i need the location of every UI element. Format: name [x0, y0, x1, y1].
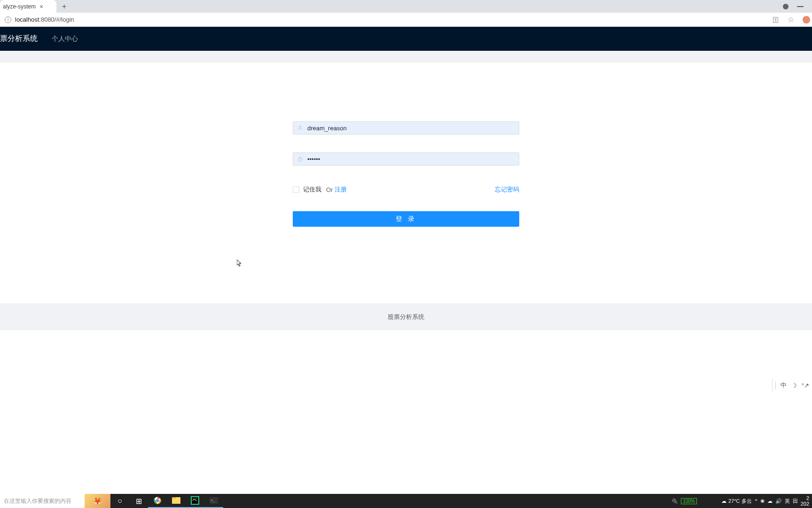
login-content: 记住我 Or 注册 忘记密码 登 录: [0, 63, 812, 303]
password-field-wrap: [293, 152, 519, 166]
footer-text: 股票分析系统: [388, 313, 424, 321]
ime-bar: 中 ☽ °↗: [772, 379, 812, 392]
username-field-wrap: [293, 121, 519, 135]
address-bar: i localhost:8080/#/login ⚿ ☆: [0, 13, 812, 27]
taskbar-date[interactable]: 202: [801, 501, 809, 507]
bookmark-star-icon[interactable]: ☆: [788, 15, 794, 24]
ime-arrow[interactable]: °↗: [802, 382, 809, 389]
login-button[interactable]: 登 录: [293, 211, 519, 227]
minimize-icon[interactable]: [797, 6, 804, 7]
browser-tabs: alyze-system × +: [0, 0, 812, 13]
svg-point-0: [299, 126, 302, 128]
task-view-icon[interactable]: ⊞: [129, 494, 148, 508]
keyboard-layout-icon[interactable]: 田: [793, 498, 798, 505]
login-options-row: 记住我 Or 注册 忘记密码: [293, 185, 519, 194]
terminal-icon[interactable]: >_: [204, 494, 223, 508]
taskbar-illustration-icon[interactable]: 🦊: [85, 494, 110, 508]
tray-icon[interactable]: ☁: [767, 498, 773, 504]
lock-icon: [297, 156, 303, 162]
username-input[interactable]: [293, 121, 519, 135]
svg-text:PC: PC: [193, 498, 197, 501]
battery-indicator[interactable]: 100%: [681, 498, 697, 504]
nav-personal-center[interactable]: 个人中心: [52, 35, 78, 43]
svg-point-3: [156, 499, 159, 502]
chevron-up-icon[interactable]: ^: [755, 498, 757, 504]
brand-title: 票分析系统: [0, 34, 38, 44]
browser-tab[interactable]: alyze-system ×: [0, 0, 56, 13]
svg-rect-5: [172, 497, 176, 499]
login-form: 记住我 Or 注册 忘记密码 登 录: [293, 121, 519, 227]
user-icon: [297, 125, 303, 131]
weather-icon: ☁: [721, 498, 726, 504]
site-info-icon[interactable]: i: [5, 16, 11, 23]
ime-lang[interactable]: 中: [781, 381, 787, 389]
taskbar-search[interactable]: 在这里输入你要搜索的内容: [0, 494, 85, 508]
footer: 股票分析系统: [0, 303, 812, 330]
url-display[interactable]: localhost:8080/#/login: [15, 16, 74, 23]
volume-icon[interactable]: 🔊: [775, 498, 782, 504]
pycharm-icon[interactable]: PC: [186, 494, 204, 508]
cortana-icon[interactable]: ○: [110, 494, 129, 508]
remember-checkbox[interactable]: [293, 186, 299, 193]
tray-icon[interactable]: ❀: [760, 498, 765, 504]
remember-label: 记住我: [303, 185, 321, 194]
explorer-icon[interactable]: [167, 494, 186, 508]
plug-icon: 🔌: [671, 498, 678, 504]
main-nav: 票分析系统 个人中心: [0, 27, 812, 51]
profile-icon[interactable]: [783, 4, 789, 9]
taskbar: 在这里输入你要搜索的内容 🦊 ○ ⊞ PC >_ 🔌 100% ☁ 27°C 多…: [0, 494, 812, 508]
svg-rect-1: [298, 159, 302, 161]
or-label: Or: [326, 186, 333, 193]
register-link[interactable]: 注册: [335, 185, 347, 194]
password-input[interactable]: [293, 152, 519, 166]
taskbar-time[interactable]: 2: [801, 495, 809, 501]
ime-indicator[interactable]: 英: [785, 498, 790, 505]
close-icon[interactable]: ×: [39, 3, 43, 10]
ime-mode-icon[interactable]: ☽: [791, 382, 797, 389]
svg-text:>_: >_: [211, 498, 215, 502]
chrome-icon[interactable]: [148, 494, 167, 508]
tab-title: alyze-system: [3, 3, 36, 10]
forgot-password-link[interactable]: 忘记密码: [495, 185, 519, 194]
weather-widget[interactable]: ☁ 27°C 多云: [721, 498, 752, 505]
new-tab-button[interactable]: +: [58, 2, 70, 11]
password-key-icon[interactable]: ⚿: [773, 16, 779, 24]
sub-header: [0, 51, 812, 63]
user-avatar-icon[interactable]: [803, 16, 810, 24]
